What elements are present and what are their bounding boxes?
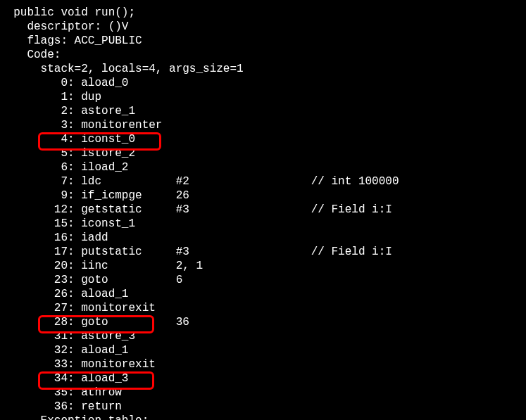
code-line: 35: athrow xyxy=(0,386,526,400)
code-line: descriptor: ()V xyxy=(0,20,526,34)
code-line: 4: iconst_0 xyxy=(0,132,526,146)
code-line: 17: putstatic #3 // Field i:I xyxy=(0,245,526,259)
code-line: 23: goto 6 xyxy=(0,273,526,287)
bytecode-listing: public void run(); descriptor: ()V flags… xyxy=(0,6,526,420)
code-line: 0: aload_0 xyxy=(0,76,526,90)
code-line-highlighted: 3: monitorenter xyxy=(0,118,526,132)
code-line: 6: iload_2 xyxy=(0,160,526,174)
code-line: 20: iinc 2, 1 xyxy=(0,259,526,273)
code-line: 34: aload_3 xyxy=(0,371,526,386)
code-line: 16: iadd xyxy=(0,231,526,245)
code-line: 15: iconst_1 xyxy=(0,217,526,231)
code-line: Code: xyxy=(0,48,526,62)
code-line: 9: if_icmpge 26 xyxy=(0,189,526,203)
code-line: 28: goto 36 xyxy=(0,315,526,329)
code-line: 26: aload_1 xyxy=(0,287,526,301)
code-line: 36: return xyxy=(0,400,526,414)
code-line: 2: astore_1 xyxy=(0,104,526,118)
code-line: 31: astore_3 xyxy=(0,329,526,343)
code-line: 1: dup xyxy=(0,90,526,104)
code-line: 32: aload_1 xyxy=(0,343,526,357)
code-line: 12: getstatic #3 // Field i:I xyxy=(0,203,526,217)
code-line: public void run(); xyxy=(0,6,526,20)
code-line: Exception table: xyxy=(0,414,526,420)
code-line: stack=2, locals=4, args_size=1 xyxy=(0,62,526,76)
code-line: flags: ACC_PUBLIC xyxy=(0,34,526,48)
code-line-highlighted: 27: monitorexit xyxy=(0,301,526,315)
code-line-highlighted: 33: monitorexit xyxy=(0,357,526,371)
code-line: 5: istore_2 xyxy=(0,146,526,160)
code-line: 7: ldc #2 // int 100000 xyxy=(0,174,526,189)
